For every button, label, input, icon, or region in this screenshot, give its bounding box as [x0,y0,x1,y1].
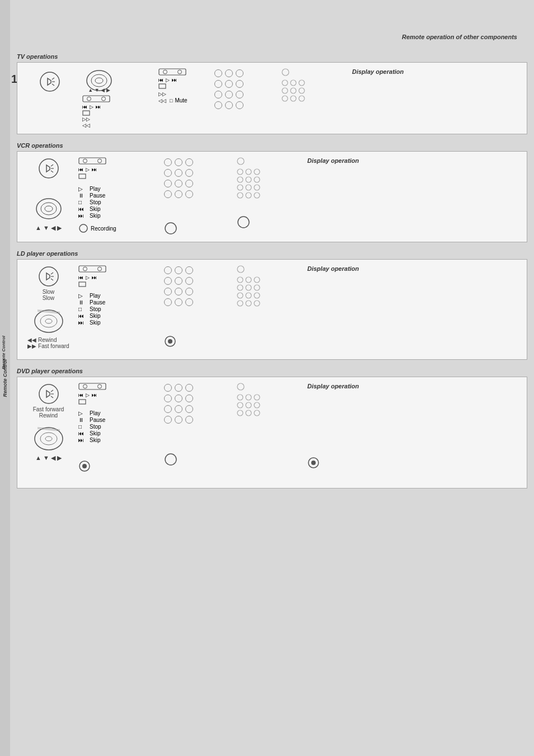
svg-point-95 [83,384,87,388]
svg-point-27 [39,159,58,178]
vcr-display-op: Display operation [302,157,522,164]
svg-point-20 [299,80,305,86]
svg-line-2 [52,78,54,79]
svg-point-106 [246,402,251,408]
ld-disc-icon [32,306,65,335]
svg-point-103 [246,395,251,400]
dvd-operations-section: DVD player operations Fast forwardRewind [17,368,527,489]
svg-point-7 [95,78,103,83]
ld-section-title: LD player operations [17,250,527,257]
svg-point-53 [254,192,260,198]
svg-point-74 [254,277,260,283]
tv-mute-label: Mute [175,97,187,104]
dvd-op-row: Fast forwardRewind ▲ ▼ ◀ ▶ [22,383,522,473]
svg-point-48 [237,185,243,190]
svg-point-82 [246,300,251,306]
svg-point-24 [282,96,288,101]
tv-display-nums [279,68,346,102]
ld-col1: Slow Slow ◀◀ Rewind [22,265,75,349]
svg-point-91 [45,436,52,441]
tv-section-title: TV operations [17,53,527,60]
svg-line-86 [51,390,53,392]
tv-operation-box: ▲ ▼ ◀ ▶ ⏮ [17,62,527,134]
tv-display-op: Display operation [346,68,522,75]
tv-skip-fwd-sym: ⏭ [96,104,101,110]
svg-point-72 [237,277,243,283]
svg-point-55 [39,267,58,286]
dvd-ff-label: Fast forwardRewind [33,406,64,419]
ld-skip-back-row: ⏮ Skip [78,313,162,319]
svg-point-66 [83,267,87,271]
svg-point-108 [237,410,243,416]
ld-col4 [235,265,302,307]
tv-op-row: ▲ ▼ ◀ ▶ ⏮ [22,68,522,128]
svg-point-37 [98,159,102,163]
tv-col2b: ⏮ ▷ ⏭ ▷▷ ◁◁ □ Mute [156,68,212,104]
ld-pause-row: ⏸ Pause [78,299,162,306]
dvd-skip-fwd-row: ⏭ Skip [78,437,162,443]
svg-point-21 [282,88,288,93]
ld-target-sym [164,335,235,349]
svg-point-23 [299,88,305,93]
svg-point-15 [178,70,182,74]
vcr-speaker-icon [32,196,65,221]
tv-stop-icon [82,110,90,116]
svg-point-90 [40,433,57,445]
svg-point-102 [237,395,243,400]
vcr-col2: ⏮ ▷ ⏭ ▷ Play [75,157,162,233]
dvd-col1: Fast forwardRewind ▲ ▼ ◀ ▶ [22,383,75,462]
svg-point-46 [246,177,251,182]
vcr-col1: ▲ ▼ ◀ ▶ [22,157,75,232]
svg-point-32 [36,199,61,219]
ld-numpad-grid [164,266,235,307]
svg-line-29 [51,165,53,166]
vcr-play-row: ▷ Play [78,186,162,192]
side-label: Remote Control [0,0,10,756]
svg-point-104 [254,395,260,400]
page-container: Remote Control 12 Remote operation of ot… [0,0,534,756]
vcr-skip-back-row: ⏮ Skip [78,206,162,212]
svg-point-107 [254,402,260,408]
svg-line-57 [51,273,53,274]
svg-point-22 [291,88,296,93]
dvd-target-col5 [307,457,320,470]
svg-point-40 [165,223,176,234]
svg-point-43 [246,169,251,175]
svg-point-54 [238,217,249,228]
svg-text:▲ ▼ ◀ ▶: ▲ ▼ ◀ ▶ [88,87,110,93]
vcr-op-row: ▲ ▼ ◀ ▶ ⏮ ▷ [22,157,522,236]
tv-stop2-icon [158,83,166,89]
vcr-stop-row: □ Stop [78,199,162,205]
tv-rew-sym: ◁◁ [82,123,90,128]
svg-point-84 [39,384,58,403]
svg-point-51 [237,192,243,198]
svg-point-75 [237,285,243,290]
vcr-volume-icon [38,157,60,180]
svg-point-44 [254,169,260,175]
svg-point-73 [246,277,251,283]
vcr-numpad-grid [164,158,235,199]
svg-point-78 [237,293,243,298]
dvd-play-row: ▷ Play [78,410,162,416]
svg-line-59 [51,279,53,280]
svg-point-110 [254,410,260,416]
svg-rect-16 [159,84,166,88]
dvd-disc-icon [32,423,65,452]
ld-display-op-label: Display operation [307,265,359,272]
vcr-circle-large [164,222,235,236]
tv-col2: ▲ ▼ ◀ ▶ ⏮ [78,68,156,128]
svg-point-71 [237,266,244,273]
svg-marker-1 [48,78,51,85]
tv-numpad-grid [214,69,245,110]
svg-line-31 [51,171,53,172]
tv-col1 [22,68,78,93]
svg-point-81 [237,300,243,306]
svg-marker-56 [46,273,50,280]
svg-point-6 [91,74,107,87]
tv-play-sym: ▷ [90,104,93,110]
svg-point-42 [237,169,243,175]
vcr-col3 [162,157,235,236]
vcr-skip-fwd-row: ⏭ Skip [78,213,162,219]
svg-point-36 [83,159,87,163]
vcr-recording-row: Recording [78,223,162,233]
